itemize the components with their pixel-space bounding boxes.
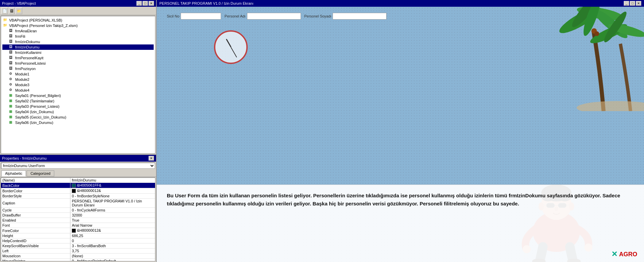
tree-item-module4[interactable]: ⚙ Module4 bbox=[2, 88, 154, 93]
form-title: PERSONEL TAKIP PROGRAMI V1.0 / Izin Duru… bbox=[159, 1, 253, 5]
toggle-folders-button[interactable]: 📁 bbox=[16, 7, 22, 14]
module-icon-4: ⚙ bbox=[9, 88, 14, 93]
prop-value-cell[interactable]: (None) bbox=[70, 254, 155, 259]
prop-value-cell[interactable]: 686,25 bbox=[70, 233, 155, 238]
prop-value-cell[interactable]: 3 - fmScrollBarsBoth bbox=[70, 243, 155, 249]
prop-name-cell: MouseIcon bbox=[1, 254, 70, 259]
sicilno-group: Sicil No bbox=[167, 13, 221, 20]
tree-item-module2[interactable]: ⚙ Module2 bbox=[2, 77, 154, 82]
bottom-logos: ✕ AGRO bbox=[611, 250, 637, 259]
prop-name-cell: (Name) bbox=[1, 178, 70, 183]
personeladi-group: Personel Adı bbox=[224, 13, 301, 20]
prop-value-cell[interactable]: Arial Narrow bbox=[70, 223, 155, 228]
prop-name-cell: ForeColor bbox=[1, 228, 70, 233]
prop-name-cell: Font bbox=[1, 223, 70, 228]
tab-alphabetic[interactable]: Alphabetic bbox=[1, 170, 26, 176]
tree-item-sayfa03[interactable]: ▦ Sayfa03 (Personel_Listesi) bbox=[2, 104, 154, 109]
form-icon-izinkullanimi: 🖼 bbox=[9, 50, 14, 55]
form-close-button[interactable]: ✕ bbox=[636, 1, 641, 6]
prop-value-cell[interactable]: 32000 bbox=[70, 213, 155, 218]
prop-name-cell: Enabled bbox=[1, 218, 70, 223]
hour-hand bbox=[226, 39, 232, 47]
properties-table: (Name)frmIzinDurumuBackColor&H005061FF&B… bbox=[1, 177, 155, 261]
tree-item-frm-izin-kullanimi[interactable]: 🖼 frmIzinKullanimi bbox=[2, 50, 154, 55]
form-icon-personelkayit: 🖼 bbox=[9, 56, 14, 60]
prop-name-cell: Left bbox=[1, 249, 70, 254]
tree-item-sayfa05[interactable]: ▦ Sayfa05 (Gecici_Izin_Dokumu) bbox=[2, 114, 154, 120]
personelsoyadi-input[interactable] bbox=[333, 13, 387, 20]
tree-item-personal-xlsb[interactable]: 📁 VBAProject (PERSONAL.XLSB) bbox=[2, 18, 154, 23]
tree-item-frm-izin-dokumu[interactable]: 🖼 frmIzinDokumu bbox=[2, 39, 154, 44]
properties-panel: Properties - frmIzinDurumu ✕ frmIzinDuru… bbox=[0, 154, 156, 262]
tree-item-vbaproject[interactable]: 📁 VBAProject (Personel Izin Takip3_Z.xls… bbox=[2, 23, 154, 28]
tree-item-module3[interactable]: ⚙ Module3 bbox=[2, 82, 154, 88]
tab-categorized[interactable]: Categorized bbox=[27, 170, 54, 176]
module-icon-1: ⚙ bbox=[9, 72, 14, 76]
prop-value-cell[interactable]: 3,75 bbox=[70, 249, 155, 254]
form-icon-fili: 🖼 bbox=[9, 34, 14, 39]
prop-name-cell: HelpContextID bbox=[1, 238, 70, 243]
prop-name-cell: BorderStyle bbox=[1, 194, 70, 199]
title-bar-controls: _ □ ✕ bbox=[136, 1, 154, 6]
tree-item-sayfa01[interactable]: ▦ Sayfa01 (Personel_Bilgileri) bbox=[2, 93, 154, 98]
prop-value-cell[interactable]: 0 - fmBorderStyleNone bbox=[70, 194, 155, 199]
info-text-panel: Bu User Form da tüm izin kullanan person… bbox=[157, 185, 644, 262]
minute-hand bbox=[231, 47, 237, 58]
close-button[interactable]: ✕ bbox=[149, 1, 154, 6]
prop-value-cell[interactable]: 0 bbox=[70, 238, 155, 243]
form-minimize-button[interactable]: _ bbox=[624, 1, 629, 6]
personeladi-input[interactable] bbox=[247, 13, 301, 20]
prop-name-cell: DrawBuffer bbox=[1, 213, 70, 218]
view-code-button[interactable]: 📄 bbox=[1, 7, 8, 14]
minimize-button[interactable]: _ bbox=[136, 1, 142, 6]
prop-value-cell[interactable]: True bbox=[70, 218, 155, 223]
prop-value-cell[interactable]: &H005061FF& bbox=[70, 183, 155, 188]
properties-dropdown-row: frmIzinDurumu UserForm bbox=[0, 162, 156, 170]
form-icon-pozisyon: 🖼 bbox=[9, 66, 14, 71]
prop-value-cell[interactable]: 0 - fmMousePointerDefault bbox=[70, 259, 155, 261]
properties-close-button[interactable]: ✕ bbox=[149, 156, 154, 161]
tree-item-sayfa04[interactable]: ▦ Sayfa04 (Izin_Dokumu) bbox=[2, 109, 154, 114]
tree-item-module1[interactable]: ⚙ Module1 bbox=[2, 71, 154, 77]
prop-value-cell[interactable]: frmIzinDurumu bbox=[70, 178, 155, 183]
prop-name-cell: KeepScrollBarsVisible bbox=[1, 243, 70, 249]
sheet-icon-2: ▦ bbox=[9, 99, 14, 103]
properties-title-bar: Properties - frmIzinDurumu ✕ bbox=[0, 155, 156, 162]
tree-item-frm-personel-kayit[interactable]: 🖼 frmPersonelKayit bbox=[2, 55, 154, 61]
sheet-icon-1: ▦ bbox=[9, 93, 14, 98]
form-fields-row: Sicil No Personel Adı Personel Soyadı bbox=[167, 13, 634, 20]
prop-value-cell[interactable]: &H80000012& bbox=[70, 188, 155, 194]
project-tree[interactable]: 📁 VBAProject (PERSONAL.XLSB) 📁 VBAProjec… bbox=[1, 16, 155, 154]
form-content: Sicil No Personel Adı Personel Soyadı bbox=[157, 7, 644, 262]
tropical-svg bbox=[476, 7, 644, 111]
sicilno-input[interactable] bbox=[181, 13, 221, 20]
toolbar: 📄 🖼 📁 bbox=[0, 7, 156, 15]
tree-item-frm-fili[interactable]: 🖼 frmFili bbox=[2, 34, 154, 39]
color-swatch bbox=[72, 229, 76, 233]
tree-item-sayfa06[interactable]: ▦ Sayfa06 (Izin_Durumu) bbox=[2, 120, 154, 125]
color-swatch bbox=[72, 184, 76, 188]
info-text: Bu User Form da tüm izin kullanan person… bbox=[167, 192, 634, 208]
prop-value-cell[interactable]: PERSONEL TAKIP PROGRAMI V1.0 / Izin Duru… bbox=[70, 199, 155, 208]
project-title: Project - VBAProject bbox=[2, 1, 36, 5]
svg-point-10 bbox=[594, 31, 599, 36]
prop-name-cell: Cycle bbox=[1, 208, 70, 213]
tree-item-frm-izin-durumu[interactable]: 🖼 frmIzinDurumu bbox=[2, 44, 154, 50]
maximize-button[interactable]: □ bbox=[143, 1, 148, 6]
tree-item-sayfa02[interactable]: ▦ Sayfa02 (Tanimlamalar) bbox=[2, 98, 154, 104]
form-maximize-button[interactable]: □ bbox=[630, 1, 635, 6]
logo-x-icon: ✕ bbox=[611, 250, 617, 259]
tree-item-frm-pozisyon[interactable]: 🖼 frmPozisyon bbox=[2, 66, 154, 71]
view-object-button[interactable]: 🖼 bbox=[9, 7, 15, 14]
prop-value-cell[interactable]: &H80000012& bbox=[70, 228, 155, 233]
tree-item-frm-personel-listesi[interactable]: 🖼 frmPersonelListesi bbox=[2, 61, 154, 66]
form-title-bar: PERSONEL TAKIP PROGRAMI V1.0 / Izin Duru… bbox=[157, 0, 644, 7]
personelsoyadi-label: Personel Soyadı bbox=[304, 14, 332, 18]
folder-icon-2: 📁 bbox=[3, 23, 8, 28]
sicilno-label: Sicil No bbox=[167, 14, 179, 18]
properties-object-dropdown[interactable]: frmIzinDurumu UserForm bbox=[1, 163, 155, 169]
tree-item-frm-ana[interactable]: 🖼 frmAnaEkran bbox=[2, 28, 154, 34]
right-panel: PERSONEL TAKIP PROGRAMI V1.0 / Izin Duru… bbox=[157, 0, 644, 262]
prop-value-cell[interactable]: 0 - fmCycleAllForms bbox=[70, 208, 155, 213]
properties-tabs: Alphabetic Categorized bbox=[0, 170, 156, 177]
